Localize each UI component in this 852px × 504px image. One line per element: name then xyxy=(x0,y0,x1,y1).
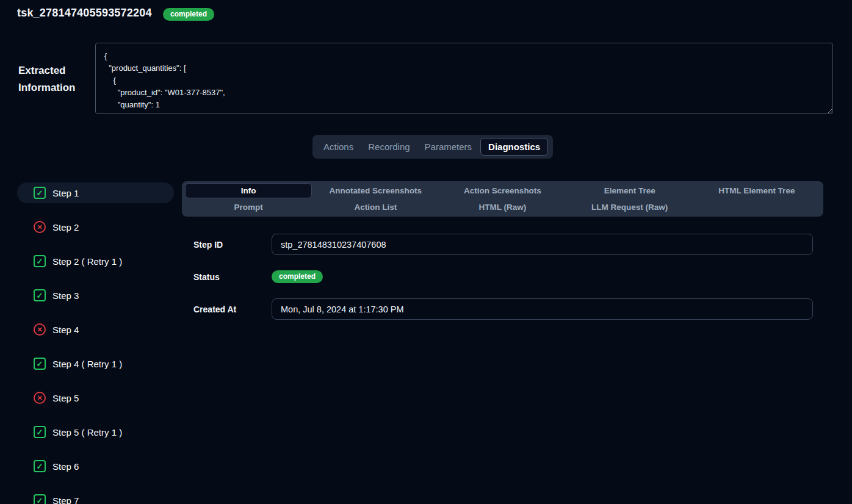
check-square-icon: ✓ xyxy=(34,187,46,199)
created-at-label: Created At xyxy=(193,304,236,314)
subtab-html-raw[interactable]: HTML (Raw) xyxy=(439,200,566,215)
step-item-label: Step 6 xyxy=(52,461,79,472)
step-item-step-5[interactable]: ✕ Step 5 xyxy=(17,387,174,408)
step-id-input[interactable] xyxy=(272,234,813,255)
subtab-annotated-screenshots[interactable]: Annotated Screenshots xyxy=(312,183,439,198)
steps-sidebar: ✓ Step 1 ✕ Step 2 ✓ Step 2 ( Retry 1 ) ✓… xyxy=(17,182,174,504)
step-item-step-6[interactable]: ✓ Step 6 xyxy=(17,456,174,477)
step-item-step-7[interactable]: ✓ Step 7 xyxy=(17,490,174,504)
extracted-information-textarea[interactable]: { "product_quantities": [ { "product_id"… xyxy=(95,43,833,114)
step-item-label: Step 3 xyxy=(52,290,79,301)
step-item-label: Step 2 xyxy=(52,222,79,232)
subtab-html-element-tree[interactable]: HTML Element Tree xyxy=(693,183,820,198)
tab-actions[interactable]: Actions xyxy=(317,139,359,155)
step-item-step-2[interactable]: ✕ Step 2 xyxy=(17,217,174,237)
step-item-step-2-retry-1[interactable]: ✓ Step 2 ( Retry 1 ) xyxy=(17,251,174,272)
page-title: tsk_278147405593572204 xyxy=(17,7,152,20)
step-item-step-3[interactable]: ✓ Step 3 xyxy=(17,285,174,306)
subtab-prompt[interactable]: Prompt xyxy=(185,200,312,215)
status-label: Status xyxy=(193,272,220,282)
x-circle-icon: ✕ xyxy=(34,221,46,233)
diagnostics-subtabs: InfoAnnotated ScreenshotsAction Screensh… xyxy=(182,181,823,217)
step-item-label: Step 7 xyxy=(52,495,79,504)
step-item-step-4[interactable]: ✕ Step 4 xyxy=(17,319,174,340)
tab-parameters[interactable]: Parameters xyxy=(419,139,478,155)
step-item-step-1[interactable]: ✓ Step 1 xyxy=(17,182,174,203)
subtab-action-list[interactable]: Action List xyxy=(312,200,439,215)
check-square-icon: ✓ xyxy=(34,358,46,370)
extracted-information-label: Extracted Information xyxy=(18,62,95,96)
main-tab-bar: ActionsRecordingParametersDiagnostics xyxy=(312,135,553,159)
step-item-step-5-retry-1[interactable]: ✓ Step 5 ( Retry 1 ) xyxy=(17,422,174,442)
tab-diagnostics[interactable]: Diagnostics xyxy=(480,138,548,156)
task-status-badge: completed xyxy=(163,8,214,21)
step-id-label: Step ID xyxy=(193,240,223,250)
step-item-label: Step 1 xyxy=(52,188,79,198)
check-square-icon: ✓ xyxy=(34,460,46,472)
tab-recording[interactable]: Recording xyxy=(362,139,416,155)
step-status-badge: completed xyxy=(272,270,323,283)
x-circle-icon: ✕ xyxy=(34,323,46,336)
subtab-info[interactable]: Info xyxy=(185,183,312,198)
check-square-icon: ✓ xyxy=(34,255,46,267)
created-at-input[interactable] xyxy=(272,298,813,320)
step-item-label: Step 5 xyxy=(52,393,79,403)
step-item-label: Step 2 ( Retry 1 ) xyxy=(52,256,122,267)
subtab-element-tree[interactable]: Element Tree xyxy=(566,183,693,198)
step-item-step-4-retry-1[interactable]: ✓ Step 4 ( Retry 1 ) xyxy=(17,353,174,374)
subtab-action-screenshots[interactable]: Action Screenshots xyxy=(439,183,566,198)
check-square-icon: ✓ xyxy=(34,426,46,438)
x-circle-icon: ✕ xyxy=(34,392,46,404)
step-item-label: Step 4 ( Retry 1 ) xyxy=(52,359,122,369)
step-item-label: Step 5 ( Retry 1 ) xyxy=(52,427,122,437)
check-square-icon: ✓ xyxy=(34,494,46,504)
step-item-label: Step 4 xyxy=(52,325,79,335)
subtab-row: InfoAnnotated ScreenshotsAction Screensh… xyxy=(185,183,820,198)
subtab-row: PromptAction ListHTML (Raw)LLM Request (… xyxy=(185,200,820,215)
check-square-icon: ✓ xyxy=(34,289,46,301)
subtab-llm-request-raw[interactable]: LLM Request (Raw) xyxy=(566,200,693,215)
